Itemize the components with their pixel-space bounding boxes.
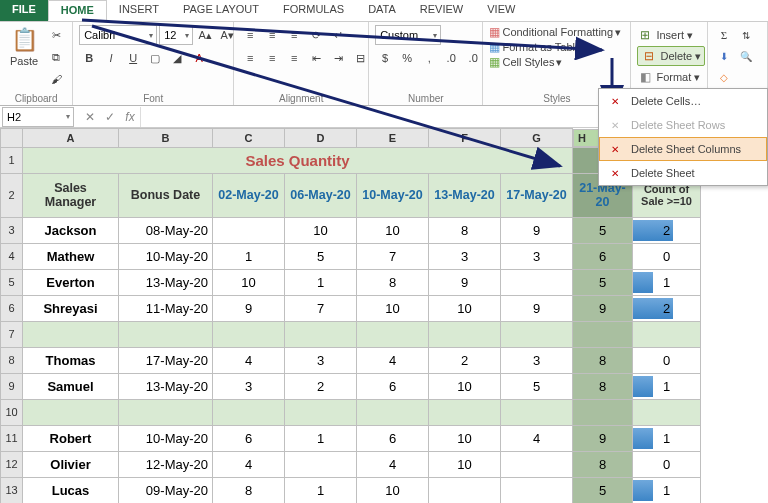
- tab-review[interactable]: REVIEW: [408, 0, 475, 21]
- cell-G3[interactable]: 9: [501, 217, 573, 243]
- cell-C12[interactable]: 4: [213, 451, 285, 477]
- cell-I11[interactable]: 1: [633, 425, 701, 451]
- format-button[interactable]: Format▾: [637, 67, 700, 87]
- cell-I6[interactable]: 2: [633, 295, 701, 321]
- underline-button[interactable]: U: [123, 48, 143, 68]
- cancel-fx-button[interactable]: ✕: [80, 110, 100, 124]
- row-8[interactable]: 8: [1, 347, 23, 373]
- cell-F6[interactable]: 10: [429, 295, 501, 321]
- cell-C13[interactable]: 8: [213, 477, 285, 503]
- font-size-select[interactable]: 12: [159, 25, 193, 45]
- cell-I8[interactable]: 0: [633, 347, 701, 373]
- enter-fx-button[interactable]: ✓: [100, 110, 120, 124]
- cut-button[interactable]: [46, 25, 66, 45]
- cell-H6[interactable]: 9: [573, 295, 633, 321]
- row-13[interactable]: 13: [1, 477, 23, 503]
- cell-F12[interactable]: 10: [429, 451, 501, 477]
- percent-button[interactable]: %: [397, 48, 417, 68]
- cell-C6[interactable]: 9: [213, 295, 285, 321]
- cell-H12[interactable]: 8: [573, 451, 633, 477]
- cell-D4[interactable]: 5: [285, 243, 357, 269]
- cell-B8[interactable]: 17-May-20: [119, 347, 213, 373]
- cell-D8[interactable]: 3: [285, 347, 357, 373]
- menu-delete-columns[interactable]: Delete Sheet Columns: [599, 137, 767, 161]
- cell-E12[interactable]: 4: [357, 451, 429, 477]
- find-select-button[interactable]: [736, 46, 756, 66]
- row-10[interactable]: 10: [1, 399, 23, 425]
- cell-I3[interactable]: 2: [633, 217, 701, 243]
- border-button[interactable]: ▢: [145, 48, 165, 68]
- cell-A12[interactable]: Olivier: [23, 451, 119, 477]
- row-6[interactable]: 6: [1, 295, 23, 321]
- menu-delete-rows[interactable]: Delete Sheet Rows: [599, 113, 767, 137]
- cell-D11[interactable]: 1: [285, 425, 357, 451]
- font-family-select[interactable]: Calibri: [79, 25, 157, 45]
- cell-H8[interactable]: 8: [573, 347, 633, 373]
- cell-E3[interactable]: 10: [357, 217, 429, 243]
- cell-B12[interactable]: 12-May-20: [119, 451, 213, 477]
- tab-data[interactable]: DATA: [356, 0, 408, 21]
- format-painter-button[interactable]: [46, 69, 66, 89]
- cell-title[interactable]: Sales Quantity: [23, 147, 573, 173]
- increase-decimal-button[interactable]: .0: [441, 48, 461, 68]
- tab-home[interactable]: HOME: [48, 0, 107, 21]
- cell-A8[interactable]: Thomas: [23, 347, 119, 373]
- cell-D2[interactable]: 06-May-20: [285, 173, 357, 217]
- cell-H3[interactable]: 5: [573, 217, 633, 243]
- cell-B6[interactable]: 11-May-20: [119, 295, 213, 321]
- tab-view[interactable]: VIEW: [475, 0, 527, 21]
- font-color-button[interactable]: A: [189, 48, 209, 68]
- format-as-table-button[interactable]: Format as Table: [502, 41, 581, 53]
- clear-button[interactable]: [714, 67, 734, 87]
- cell-F3[interactable]: 8: [429, 217, 501, 243]
- cell-I9[interactable]: 1: [633, 373, 701, 399]
- row-3[interactable]: 3: [1, 217, 23, 243]
- cell-E4[interactable]: 7: [357, 243, 429, 269]
- col-D[interactable]: D: [285, 129, 357, 148]
- grid[interactable]: A B C D E F G H I 1 Sales Quantity 2 Sal…: [0, 128, 701, 503]
- row-12[interactable]: 12: [1, 451, 23, 477]
- cell-C9[interactable]: 3: [213, 373, 285, 399]
- cell-G9[interactable]: 5: [501, 373, 573, 399]
- cell-A9[interactable]: Samuel: [23, 373, 119, 399]
- cell-styles-button[interactable]: Cell Styles: [502, 56, 554, 68]
- cell-F8[interactable]: 2: [429, 347, 501, 373]
- select-all-corner[interactable]: [1, 129, 23, 148]
- cell-F2[interactable]: 13-May-20: [429, 173, 501, 217]
- cell-C8[interactable]: 4: [213, 347, 285, 373]
- row-1[interactable]: 1: [1, 147, 23, 173]
- cell-B4[interactable]: 10-May-20: [119, 243, 213, 269]
- menu-delete-cells[interactable]: Delete Cells…: [599, 89, 767, 113]
- align-left-button[interactable]: ≡: [240, 48, 260, 68]
- cell-E11[interactable]: 6: [357, 425, 429, 451]
- cell-A11[interactable]: Robert: [23, 425, 119, 451]
- wrap-text-button[interactable]: ↵: [328, 25, 348, 45]
- cell-A2[interactable]: Sales Manager: [23, 173, 119, 217]
- comma-button[interactable]: ,: [419, 48, 439, 68]
- cell-I12[interactable]: 0: [633, 451, 701, 477]
- cell-D9[interactable]: 2: [285, 373, 357, 399]
- col-B[interactable]: B: [119, 129, 213, 148]
- col-E[interactable]: E: [357, 129, 429, 148]
- tab-insert[interactable]: INSERT: [107, 0, 171, 21]
- cell-I5[interactable]: 1: [633, 269, 701, 295]
- col-A[interactable]: A: [23, 129, 119, 148]
- sort-filter-button[interactable]: [736, 25, 756, 45]
- cell-G11[interactable]: 4: [501, 425, 573, 451]
- autosum-button[interactable]: [714, 25, 734, 45]
- row-9[interactable]: 9: [1, 373, 23, 399]
- cell-F9[interactable]: 10: [429, 373, 501, 399]
- cell-G6[interactable]: 9: [501, 295, 573, 321]
- align-center-button[interactable]: ≡: [262, 48, 282, 68]
- insert-button[interactable]: Insert▾: [637, 25, 693, 45]
- italic-button[interactable]: I: [101, 48, 121, 68]
- number-format-select[interactable]: Custom: [375, 25, 441, 45]
- cell-C2[interactable]: 02-May-20: [213, 173, 285, 217]
- cell-F11[interactable]: 10: [429, 425, 501, 451]
- cell-G4[interactable]: 3: [501, 243, 573, 269]
- row-11[interactable]: 11: [1, 425, 23, 451]
- cell-G2[interactable]: 17-May-20: [501, 173, 573, 217]
- col-G[interactable]: G: [501, 129, 573, 148]
- paste-button[interactable]: Paste: [6, 25, 42, 69]
- cell-G8[interactable]: 3: [501, 347, 573, 373]
